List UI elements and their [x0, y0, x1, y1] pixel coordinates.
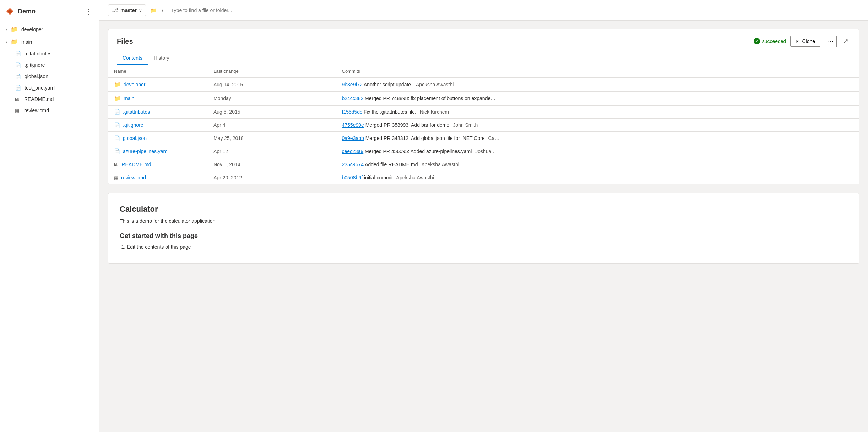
file-icon: 📄: [15, 51, 21, 56]
folder-icon: 📁: [114, 95, 121, 102]
col-commits: Commits: [336, 65, 859, 78]
branch-icon: ⎇: [112, 7, 118, 14]
table-header-row: Name ↑ Last change Commits: [108, 65, 859, 78]
commit-author: Ca…: [488, 135, 500, 141]
folder-icon: 📁: [114, 81, 121, 88]
commit-hash-link[interactable]: 235c9674: [342, 162, 364, 167]
readme-description: This is a demo for the calculator applic…: [120, 218, 848, 224]
sidebar-item-readme[interactable]: M↓ README.md: [0, 93, 99, 105]
files-actions: ✓ succeeded ⊡ Clone ⋯ ⤢: [754, 35, 851, 47]
file-name-link[interactable]: main: [124, 96, 134, 101]
clone-label: Clone: [802, 38, 815, 44]
file-name-link[interactable]: global.json: [123, 135, 147, 141]
file-name-cell: ▦ review.cmd: [108, 171, 208, 184]
list-item: Edit the contents of this page: [127, 244, 848, 250]
file-icon: 📄: [15, 62, 21, 68]
content-area: Files ✓ succeeded ⊡ Clone ⋯ ⤢ Contents: [99, 21, 868, 432]
file-icon: 📄: [114, 109, 120, 115]
md-icon: M↓: [15, 97, 21, 101]
sidebar-item-main[interactable]: › 📁 main: [0, 36, 99, 48]
file-name-cell: 📁 main: [108, 92, 208, 106]
check-circle-icon: ✓: [754, 38, 760, 44]
file-commit: ceec23a9 Merged PR 456095: Added azure-p…: [336, 145, 859, 158]
chevron-right-icon: ›: [6, 27, 7, 32]
file-last-change: Apr 20, 2012: [208, 171, 336, 184]
main-content: ⎇ master ∨ 📁 / Files ✓ succeeded ⊡ Clone: [99, 0, 868, 432]
file-last-change: Aug 5, 2015: [208, 106, 336, 119]
expand-button[interactable]: ⤢: [841, 35, 851, 47]
file-name-cell: 📄 .gitattributes: [108, 106, 208, 119]
sidebar-item-gitattributes[interactable]: 📄 .gitattributes: [0, 48, 99, 59]
files-title: Files: [117, 37, 133, 45]
chevron-right-icon: ›: [6, 39, 7, 44]
file-last-change: Aug 14, 2015: [208, 78, 336, 92]
commit-hash-link[interactable]: 4755e90e: [342, 122, 364, 128]
file-icon: 📄: [114, 122, 120, 128]
commit-author: Apeksha Awasthi: [396, 175, 434, 180]
commit-author: Joshua …: [475, 148, 498, 154]
commit-message: Fix the .gitattributes file.: [364, 109, 416, 115]
file-icon: 📄: [114, 148, 120, 154]
app-title: Demo: [18, 8, 36, 15]
table-row: 📄 .gitattributes Aug 5, 2015 f155d5dc Fi…: [108, 106, 859, 119]
sidebar-more-button[interactable]: ⋮: [83, 6, 93, 17]
clone-button[interactable]: ⊡ Clone: [790, 36, 820, 47]
sidebar-item-label: developer: [21, 27, 43, 32]
commit-hash-link[interactable]: 9b3e9f72: [342, 82, 363, 87]
file-commit: b24cc382 Merged PR 748898: fix placement…: [336, 92, 859, 106]
file-name-cell: 📄 azure-pipelines.yaml: [108, 145, 208, 158]
cmd-icon: ▦: [114, 175, 118, 180]
sidebar-item-label: main: [21, 39, 32, 45]
file-commit: 9b3e9f72 Another script update. Apeksha …: [336, 78, 859, 92]
path-separator: /: [162, 7, 163, 13]
readme-subtitle: Get started with this page: [120, 232, 848, 240]
sidebar-item-global-json[interactable]: 📄 global.json: [0, 71, 99, 82]
table-row: 📄 global.json May 25, 2018 0a9e3abb Merg…: [108, 132, 859, 145]
sidebar-item-developer[interactable]: › 📁 developer: [0, 23, 99, 36]
file-name-link[interactable]: README.md: [121, 162, 151, 167]
tab-history[interactable]: History: [148, 52, 175, 65]
sidebar-item-gitignore[interactable]: 📄 .gitignore: [0, 59, 99, 71]
file-name-link[interactable]: .gitattributes: [123, 109, 150, 115]
file-commit: 4755e90e Merged PR 358993: Add bar for d…: [336, 119, 859, 132]
file-commit: 235c9674 Added file README.md Apeksha Aw…: [336, 158, 859, 171]
file-name-link[interactable]: review.cmd: [121, 175, 146, 180]
more-options-button[interactable]: ⋯: [825, 36, 837, 47]
clone-icon: ⊡: [796, 38, 800, 44]
file-table: Name ↑ Last change Commits 📁 developer A…: [108, 65, 859, 184]
files-section: Files ✓ succeeded ⊡ Clone ⋯ ⤢ Contents: [108, 29, 859, 184]
commit-message: Added file README.md: [365, 162, 418, 167]
branch-selector[interactable]: ⎇ master ∨: [108, 4, 146, 16]
folder-icon: 📁: [11, 38, 18, 45]
sidebar: Demo ⋮ › 📁 developer › 📁 main 📄 .gitattr…: [0, 0, 99, 432]
table-row: 📄 azure-pipelines.yaml Apr 12 ceec23a9 M…: [108, 145, 859, 158]
sidebar-item-label: .gitignore: [25, 62, 45, 68]
file-name-cell: 📄 global.json: [108, 132, 208, 145]
file-last-change: Nov 5, 2014: [208, 158, 336, 171]
commit-hash-link[interactable]: f155d5dc: [342, 109, 363, 115]
commit-hash-link[interactable]: b24cc382: [342, 96, 364, 101]
commit-hash-link[interactable]: b0508b6f: [342, 175, 363, 180]
readme-list: Edit the contents of this page: [120, 244, 848, 250]
commit-hash-link[interactable]: 0a9e3abb: [342, 135, 364, 141]
files-tabs: Contents History: [108, 52, 859, 65]
commit-message: Merged PR 358993: Add bar for demo: [365, 122, 450, 128]
sidebar-item-label: .gitattributes: [25, 51, 51, 56]
commit-hash-link[interactable]: ceec23a9: [342, 148, 364, 154]
commit-author: Apeksha Awasthi: [416, 82, 454, 87]
file-name-cell: M↓ README.md: [108, 158, 208, 171]
sidebar-item-label: test_one.yaml: [25, 85, 55, 91]
sidebar-item-review-cmd[interactable]: ▦ review.cmd: [0, 105, 99, 116]
succeeded-label: succeeded: [762, 38, 786, 44]
path-input[interactable]: [168, 5, 859, 15]
tab-contents[interactable]: Contents: [117, 52, 148, 65]
commit-message: Another script update.: [364, 82, 412, 87]
file-commit: b0508b6f initial commit Apeksha Awasthi: [336, 171, 859, 184]
sidebar-item-test-yaml[interactable]: 📄 test_one.yaml: [0, 82, 99, 93]
col-name: Name ↑: [108, 65, 208, 78]
succeeded-badge: ✓ succeeded: [754, 38, 786, 44]
logo-icon: [6, 7, 14, 16]
file-name-link[interactable]: developer: [124, 82, 146, 87]
file-name-link[interactable]: azure-pipelines.yaml: [123, 148, 168, 154]
file-name-link[interactable]: .gitignore: [123, 122, 143, 128]
